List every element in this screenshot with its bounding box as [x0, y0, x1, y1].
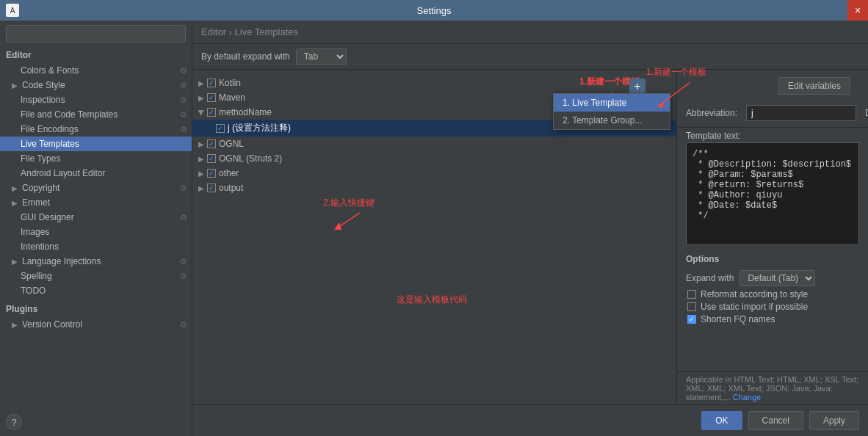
expand-with-option-label: Expand with	[686, 273, 734, 283]
app-icon: A	[6, 4, 19, 17]
shorten-fq-checkbox[interactable]: ✓	[687, 315, 696, 324]
sidebar-list: Editor Colors & Fonts ⚙ ▶ Code Style ⚙ I…	[0, 47, 192, 410]
checkbox-maven[interactable]: ✓	[207, 93, 216, 102]
abbreviation-input[interactable]	[746, 105, 856, 121]
sidebar-item-file-types[interactable]: File Types	[0, 151, 192, 166]
group-label-output: output	[219, 183, 243, 193]
arrow-icon-ognl-struts: ▶	[198, 155, 204, 163]
change-link[interactable]: Change	[733, 393, 762, 402]
settings-icon-spelling: ⚙	[180, 272, 187, 281]
settings-icon-copyright: ⚙	[180, 184, 187, 193]
arrow-icon-output: ▶	[198, 184, 204, 192]
window-title: Settings	[417, 5, 452, 16]
settings-icon-file-encodings: ⚙	[180, 125, 187, 134]
search-input[interactable]	[6, 25, 186, 43]
sidebar-item-images[interactable]: Images	[0, 225, 192, 239]
expand-with-label: By default expand with	[201, 51, 290, 62]
editor-section-header: Editor	[0, 47, 192, 63]
checkbox-other[interactable]: ✓	[207, 169, 216, 178]
options-title: Options	[686, 254, 859, 264]
sidebar-item-intentions[interactable]: Intentions	[0, 239, 192, 254]
checkbox-ognl-struts[interactable]: ✓	[207, 154, 216, 163]
templates-list: + ▶ ✓ Kotlin ▶ ✓ Maven ▶ ✓ methodNam	[192, 70, 677, 404]
sidebar-item-copyright[interactable]: ▶ Copyright ⚙	[0, 181, 192, 195]
add-template-button[interactable]: +	[629, 79, 645, 95]
settings-icon-code-style: ⚙	[180, 81, 187, 90]
sidebar-item-file-encodings[interactable]: File Encodings ⚙	[0, 122, 192, 137]
title-bar: A Settings ×	[0, 0, 868, 21]
ok-button[interactable]: OK	[701, 411, 742, 430]
sidebar-item-emmet[interactable]: ▶ Emmet	[0, 195, 192, 210]
sidebar-item-inspections[interactable]: Inspections ⚙	[0, 92, 192, 107]
sidebar-item-version-control[interactable]: ▶ Version Control ⚙	[0, 317, 192, 332]
checkbox-j[interactable]: ✓	[216, 124, 225, 133]
close-button[interactable]: ×	[847, 0, 868, 21]
group-label-other: other	[219, 168, 239, 178]
expand-with-row: Expand with Default (Tab) Tab Enter Spac…	[686, 270, 859, 286]
settings-icon-file-templates: ⚙	[180, 110, 187, 120]
tree-item-output[interactable]: ▶ ✓ output	[192, 181, 676, 195]
sidebar-item-live-templates[interactable]: Live Templates	[0, 137, 192, 151]
settings-icon-lang-injections: ⚙	[180, 257, 187, 266]
tree-item-other[interactable]: ▶ ✓ other	[192, 166, 676, 181]
breadcrumb-current: Live Templates	[235, 26, 298, 37]
sidebar-item-file-code-templates[interactable]: File and Code Templates ⚙	[0, 107, 192, 122]
dropdown-item-template-group[interactable]: 2. Template Group...	[554, 112, 670, 129]
settings-icon-colors: ⚙	[180, 66, 187, 76]
expand-with-select[interactable]: Tab Enter Space	[296, 48, 347, 65]
checkbox-ognl[interactable]: ✓	[207, 139, 216, 148]
static-import-checkbox-row[interactable]: Use static import if possible	[686, 302, 859, 312]
tree-item-ognl-struts[interactable]: ▶ ✓ OGNL (Struts 2)	[192, 151, 676, 166]
sidebar-item-colors-fonts[interactable]: Colors & Fonts ⚙	[0, 63, 192, 78]
content-area: Editor › Live Templates By default expan…	[192, 21, 868, 436]
breadcrumb-path: Editor	[201, 26, 226, 37]
checkbox-output[interactable]: ✓	[207, 184, 216, 192]
settings-icon-version-control: ⚙	[180, 320, 187, 330]
apply-button[interactable]: Apply	[809, 411, 859, 430]
sidebar-item-todo[interactable]: TODO	[0, 283, 192, 298]
group-label-kotlin: Kotlin	[219, 78, 241, 88]
group-label-methodname: methodName	[219, 107, 272, 117]
sidebar-item-code-style[interactable]: ▶ Code Style ⚙	[0, 78, 192, 92]
sidebar-item-gui-designer[interactable]: GUI Designer ⚙	[0, 210, 192, 225]
description-label: Description:	[865, 108, 868, 118]
dropdown-item-live-template[interactable]: 1. Live Template	[554, 94, 670, 112]
plugins-section-header: Plugins	[0, 301, 192, 317]
sidebar: Editor Colors & Fonts ⚙ ▶ Code Style ⚙ I…	[0, 21, 192, 436]
breadcrumb: Editor › Live Templates	[192, 21, 868, 44]
template-label-j: j (设置方法注释)	[228, 122, 291, 134]
options-panel: Options Expand with Default (Tab) Tab En…	[677, 248, 868, 371]
arrow-icon-methodname: ▶	[198, 109, 206, 115]
static-import-checkbox[interactable]	[687, 302, 696, 311]
shorten-fq-checkbox-row[interactable]: ✓ Shorten FQ names	[686, 314, 859, 324]
help-button[interactable]: ?	[6, 414, 22, 430]
group-label-maven: Maven	[219, 92, 245, 103]
templates-area: + ▶ ✓ Kotlin ▶ ✓ Maven ▶ ✓ methodNam	[192, 70, 868, 404]
abbreviation-label: Abbreviation:	[686, 108, 737, 118]
group-label-ognl-struts: OGNL (Struts 2)	[219, 153, 282, 164]
sidebar-item-android-layout-editor[interactable]: Android Layout Editor	[0, 166, 192, 181]
expand-with-option-select[interactable]: Default (Tab) Tab Enter Space	[739, 270, 815, 286]
static-import-label: Use static import if possible	[701, 302, 808, 312]
template-editor[interactable]: /** * @Description: $description$ * @Par…	[686, 142, 859, 245]
arrow-icon-ognl: ▶	[198, 140, 204, 148]
settings-icon-gui-designer: ⚙	[180, 213, 187, 222]
shorten-fq-label: Shorten FQ names	[701, 314, 775, 324]
checkbox-methodname[interactable]: ✓	[207, 108, 216, 117]
arrow-icon-lang-injections: ▶	[12, 258, 18, 266]
reformat-checkbox[interactable]	[687, 290, 696, 299]
reformat-checkbox-row[interactable]: Reformat according to style	[686, 289, 859, 299]
cancel-button[interactable]: Cancel	[748, 411, 803, 430]
dropdown-menu: 1. Live Template 2. Template Group...	[553, 93, 670, 130]
tree-item-kotlin[interactable]: ▶ ✓ Kotlin	[192, 76, 676, 90]
tree-item-ognl[interactable]: ▶ ✓ OGNL	[192, 137, 676, 151]
abbreviation-section: Abbreviation: Description:	[677, 99, 868, 128]
main-container: Editor Colors & Fonts ⚙ ▶ Code Style ⚙ I…	[0, 21, 868, 436]
sidebar-item-spelling[interactable]: Spelling ⚙	[0, 269, 192, 283]
sidebar-item-language-injections[interactable]: ▶ Language Injections ⚙	[0, 254, 192, 269]
arrow-icon-other: ▶	[198, 170, 204, 178]
edit-variables-button[interactable]: Edit variables	[778, 77, 850, 95]
arrow-icon-copyright: ▶	[12, 184, 18, 192]
checkbox-kotlin[interactable]: ✓	[207, 79, 216, 87]
bottom-bar: OK Cancel Apply	[192, 404, 868, 436]
